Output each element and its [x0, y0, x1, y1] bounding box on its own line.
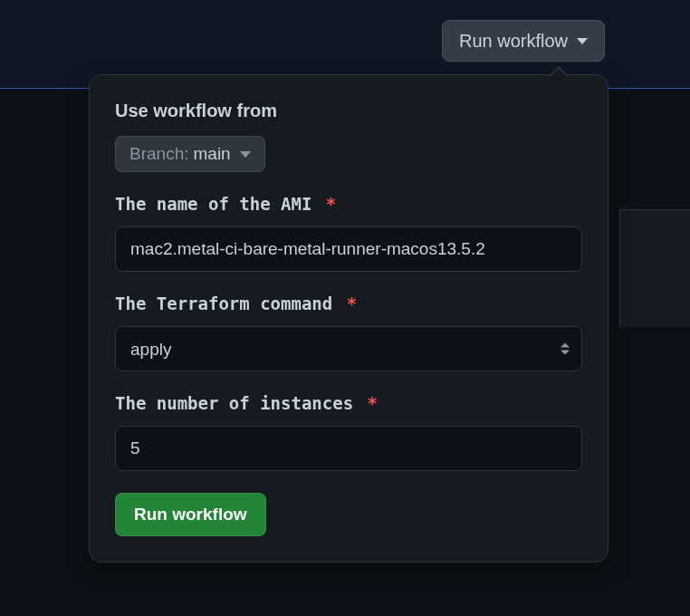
instances-label: The number of instances * [115, 393, 582, 413]
run-workflow-popover: Use workflow from Branch: main The name … [89, 74, 609, 563]
run-workflow-trigger[interactable]: Run workflow [442, 20, 605, 62]
ami-name-input[interactable] [115, 226, 582, 272]
branch-prefix-label: Branch: [129, 144, 188, 164]
side-panel-fragment [619, 209, 690, 327]
branch-selector[interactable]: Branch: main [115, 136, 265, 172]
caret-down-icon [240, 151, 251, 158]
required-indicator: * [368, 393, 378, 413]
run-workflow-submit-label: Run workflow [134, 505, 247, 524]
required-indicator: * [326, 194, 336, 214]
section-title: Use workflow from [115, 101, 582, 121]
required-indicator: * [347, 294, 357, 313]
branch-name: main [193, 144, 230, 164]
instances-label-text: The number of instances [115, 393, 353, 413]
caret-down-icon [577, 38, 588, 44]
ami-name-label-text: The name of the AMI [115, 194, 311, 214]
popover-arrow-icon [549, 66, 569, 76]
run-workflow-trigger-label: Run workflow [459, 31, 568, 52]
terraform-command-select[interactable]: apply [115, 326, 582, 371]
terraform-command-select-wrap: apply [115, 326, 582, 371]
ami-name-label: The name of the AMI * [115, 194, 582, 214]
terraform-command-label: The Terraform command * [115, 294, 582, 313]
terraform-command-label-text: The Terraform command [115, 294, 332, 313]
instances-input[interactable] [115, 426, 582, 471]
run-workflow-submit-button[interactable]: Run workflow [115, 493, 266, 536]
